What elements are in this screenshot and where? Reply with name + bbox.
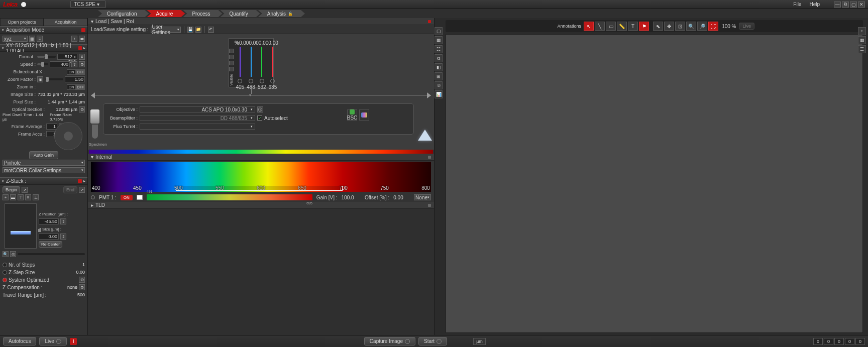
laser-405-bar[interactable] bbox=[240, 47, 241, 77]
sysopt-gear-icon[interactable]: ⚙ bbox=[79, 277, 85, 283]
objective-select[interactable]: ACS APO 10.0x0.30 bbox=[140, 106, 255, 112]
tool-zoomout-icon[interactable]: 🔍 bbox=[686, 22, 696, 31]
bidir-toggle[interactable]: ONOFF bbox=[67, 69, 85, 75]
vt-grid-icon[interactable]: ▦ bbox=[435, 36, 443, 44]
close-icon[interactable]: ✕ bbox=[858, 2, 865, 8]
minimize-icon[interactable]: — bbox=[834, 2, 841, 8]
internal-header[interactable]: ▾Internal bbox=[88, 154, 434, 161]
end-arrow-icon[interactable]: ↗ bbox=[79, 187, 85, 193]
begin-arrow-icon[interactable]: ↗ bbox=[22, 187, 28, 193]
tab-open-projects[interactable]: Open projects bbox=[0, 18, 44, 26]
nav-process[interactable]: Process bbox=[183, 10, 222, 17]
annot-arrow-icon[interactable]: ↖ bbox=[584, 22, 594, 31]
scan-mode-select[interactable]: xyz bbox=[3, 36, 28, 42]
z-top-icon[interactable]: ⊤ bbox=[18, 194, 24, 200]
annot-flag-icon[interactable]: ⚑ bbox=[639, 22, 649, 31]
vt-stack-icon[interactable]: ⧉ bbox=[435, 54, 443, 62]
mode-btn-1[interactable]: ▦ bbox=[29, 36, 35, 42]
capture-button[interactable]: Capture Image bbox=[364, 337, 415, 345]
speed-step-icon[interactable]: ⇕ bbox=[71, 61, 77, 67]
speed-slider[interactable] bbox=[37, 63, 48, 65]
z-mid-icon[interactable]: ≡ bbox=[25, 194, 31, 200]
section-acquisition-mode[interactable]: ▾ Acquisition Mode bbox=[0, 26, 87, 34]
stepsize-radio[interactable] bbox=[3, 270, 7, 275]
vr-list-icon[interactable]: ☰ bbox=[858, 45, 866, 53]
laser-btn-4[interactable] bbox=[229, 67, 234, 71]
save-icon[interactable]: 💾 bbox=[187, 27, 193, 33]
vt-profile-icon[interactable]: ⎚ bbox=[435, 81, 443, 89]
vr-grid-icon[interactable]: ▦ bbox=[858, 36, 866, 44]
mode-btn-swap[interactable]: ⇄ bbox=[79, 36, 85, 42]
zpos-value[interactable]: -45.50 bbox=[39, 218, 59, 224]
vt-gallery-icon[interactable]: ☷ bbox=[435, 45, 443, 53]
tool-zoomin-icon[interactable]: 🔎 bbox=[697, 22, 707, 31]
mode-btn-2[interactable]: ≡ bbox=[37, 36, 43, 42]
motcorr-select[interactable]: motCORR Collar Settings bbox=[3, 167, 85, 173]
menu-file[interactable]: File bbox=[793, 2, 801, 7]
mode-btn-up[interactable]: ↑ bbox=[71, 36, 77, 42]
target-icon[interactable]: ◎ bbox=[10, 251, 16, 257]
zstack-begin-button[interactable]: Begin bbox=[3, 186, 20, 193]
recenter-button[interactable]: Re-Center bbox=[39, 241, 62, 248]
tool-crop-icon[interactable]: ⊡ bbox=[675, 22, 685, 31]
pmt-color-swatch[interactable] bbox=[137, 195, 143, 200]
zoom-reset-icon[interactable]: ◉ bbox=[37, 76, 43, 82]
laser-488-bar[interactable] bbox=[251, 47, 252, 77]
vt-single-icon[interactable]: ▢ bbox=[435, 27, 443, 35]
vt-histogram-icon[interactable]: 📊 bbox=[435, 90, 443, 98]
annot-ruler-icon[interactable]: 📏 bbox=[617, 22, 627, 31]
laser-532-bar[interactable] bbox=[261, 47, 262, 77]
pmt-on-button[interactable]: ON bbox=[121, 195, 133, 200]
z-add-icon[interactable]: + bbox=[3, 194, 9, 200]
spectrum-display[interactable]: 400 450 500 550 600 650 700 750 800 bbox=[91, 162, 431, 192]
format-value[interactable]: 512 x 512 bbox=[57, 54, 77, 60]
pmt-range-bar[interactable]: 491 695 bbox=[147, 194, 312, 200]
vt-ortho-icon[interactable]: ⊞ bbox=[435, 72, 443, 80]
autogain-button[interactable]: Auto Gain bbox=[29, 151, 58, 159]
undo-icon[interactable]: ↶ bbox=[208, 27, 214, 33]
start-button[interactable]: Start bbox=[418, 337, 447, 345]
image-viewport[interactable] bbox=[446, 34, 863, 333]
vt-3d-icon[interactable]: ◧ bbox=[435, 63, 443, 71]
annot-line-icon[interactable]: ╲ bbox=[595, 22, 605, 31]
zoomin-toggle[interactable]: ONOFF bbox=[67, 84, 85, 90]
folder-icon[interactable]: 📁 bbox=[195, 27, 201, 33]
fluoturret-select[interactable] bbox=[140, 124, 255, 130]
annot-text-icon[interactable]: T bbox=[628, 22, 638, 31]
objective-info-icon[interactable]: ⓘ bbox=[257, 106, 263, 112]
nav-configuration[interactable]: Configuration bbox=[98, 10, 149, 17]
detection-window[interactable] bbox=[176, 186, 343, 191]
laser-635-bar[interactable] bbox=[272, 47, 273, 77]
nav-analysis[interactable]: Analysis🔒 bbox=[258, 10, 305, 17]
autoselect-checkbox[interactable]: ✓ bbox=[257, 115, 262, 121]
tool-fit-icon[interactable]: ⛶ bbox=[708, 22, 718, 31]
vr-add-icon[interactable]: + bbox=[858, 27, 866, 35]
z-del-icon[interactable]: ▬ bbox=[10, 194, 16, 200]
beamsplitter-select[interactable]: DD 488/635 bbox=[140, 115, 255, 121]
speed-gear-icon[interactable]: ⚙ bbox=[79, 61, 85, 67]
zoom-out-icon[interactable]: 🔍 bbox=[3, 251, 9, 257]
section-zstack[interactable]: ▾ Z-Stack : ▸ bbox=[0, 177, 87, 185]
info-button[interactable]: i bbox=[70, 338, 77, 345]
settings-select[interactable]: User Settings bbox=[151, 27, 181, 33]
tab-acquisition[interactable]: Acquisition bbox=[44, 18, 87, 26]
z-nav-slider[interactable] bbox=[18, 253, 85, 255]
pmt-active-icon[interactable] bbox=[91, 195, 95, 199]
zoom-value[interactable]: 1.50 bbox=[65, 76, 85, 82]
unit-label[interactable]: µm bbox=[473, 338, 486, 345]
pmt-lut-select[interactable]: None bbox=[414, 194, 431, 200]
format-step-icon[interactable]: ⇕ bbox=[79, 54, 85, 60]
section-xy[interactable]: ▾ XY: 512x512 | 400 Hz | 1.50 | 1.00 AU … bbox=[0, 44, 87, 52]
zcomp-gear-icon[interactable]: ⚙ bbox=[79, 284, 85, 290]
multi-channel-button[interactable] bbox=[359, 109, 369, 121]
restore-icon[interactable]: ⧉ bbox=[842, 2, 849, 8]
zoom-slider[interactable] bbox=[45, 78, 63, 80]
laser-btn-1[interactable] bbox=[229, 49, 234, 53]
laser-btn-2[interactable] bbox=[229, 55, 234, 59]
z-bot-icon[interactable]: ⊥ bbox=[33, 194, 39, 200]
speed-value[interactable]: 400 bbox=[50, 61, 70, 67]
tool-pointer-icon[interactable]: ⬉ bbox=[653, 22, 663, 31]
autofocus-button[interactable]: Autofocus bbox=[3, 337, 36, 345]
annot-rect-icon[interactable]: ▭ bbox=[606, 22, 616, 31]
nav-quantify[interactable]: Quantify bbox=[221, 10, 260, 17]
